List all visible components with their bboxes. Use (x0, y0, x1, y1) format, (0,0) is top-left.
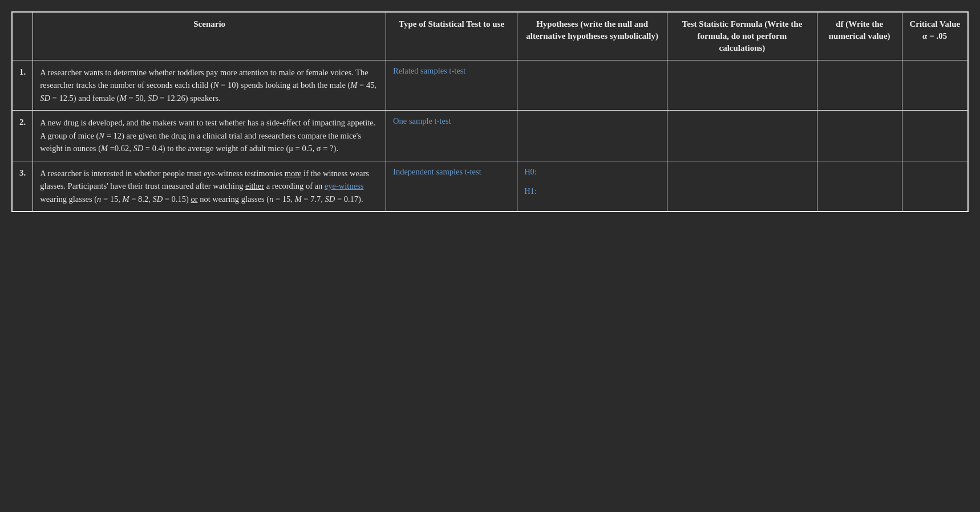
row-1-test-type: Related samples t-test (386, 60, 517, 111)
row-2-df (817, 111, 902, 161)
header-number (12, 12, 33, 60)
row-3-hypotheses: H0: H1: (517, 161, 667, 212)
header-hypotheses: Hypotheses (write the null and alternati… (517, 12, 667, 60)
main-table-container: Scenario Type of Statistical Test to use… (11, 11, 969, 212)
table-row: 1. A researcher wants to determine wheth… (12, 60, 968, 111)
row-2-number: 2. (12, 111, 33, 161)
row-1-critical (902, 60, 968, 111)
row-1-hypotheses (517, 60, 667, 111)
header-scenario: Scenario (33, 12, 386, 60)
row-3-test-type: Independent samples t-test (386, 161, 517, 212)
row-1-scenario-text: A researcher wants to determine whether … (40, 66, 379, 104)
table-row: 3. A researcher is interested in whether… (12, 161, 968, 212)
row-2-hypotheses (517, 111, 667, 161)
header-formula: Test Statistic Formula (Write the formul… (667, 12, 817, 60)
header-critical: Critical Value α = .05 (902, 12, 968, 60)
table-row: 2. A new drug is developed, and the make… (12, 111, 968, 161)
row-1-number: 1. (12, 60, 33, 111)
row-3-h1: H1: (524, 186, 660, 196)
row-2-scenario-text: A new drug is developed, and the makers … (40, 116, 379, 155)
row-3-critical (902, 161, 968, 212)
statistics-table: Scenario Type of Statistical Test to use… (11, 11, 969, 212)
row-1-scenario: A researcher wants to determine whether … (33, 60, 386, 111)
header-test-type: Type of Statistical Test to use (386, 12, 517, 60)
row-3-number: 3. (12, 161, 33, 212)
row-2-critical (902, 111, 968, 161)
row-3-scenario-text: A researcher is interested in whether pe… (40, 167, 379, 205)
row-3-formula (667, 161, 817, 212)
row-3-h0: H0: (524, 167, 660, 177)
critical-value-label: Critical Value (909, 19, 960, 29)
row-3-scenario: A researcher is interested in whether pe… (33, 161, 386, 212)
row-3-df (817, 161, 902, 212)
row-1-formula (667, 60, 817, 111)
header-df: df (Write the numerical value) (817, 12, 902, 60)
alpha-label: α = .05 (922, 31, 947, 40)
row-2-formula (667, 111, 817, 161)
table-header-row: Scenario Type of Statistical Test to use… (12, 12, 968, 60)
row-2-scenario: A new drug is developed, and the makers … (33, 111, 386, 161)
row-1-df (817, 60, 902, 111)
row-2-test-type: One sample t-test (386, 111, 517, 161)
